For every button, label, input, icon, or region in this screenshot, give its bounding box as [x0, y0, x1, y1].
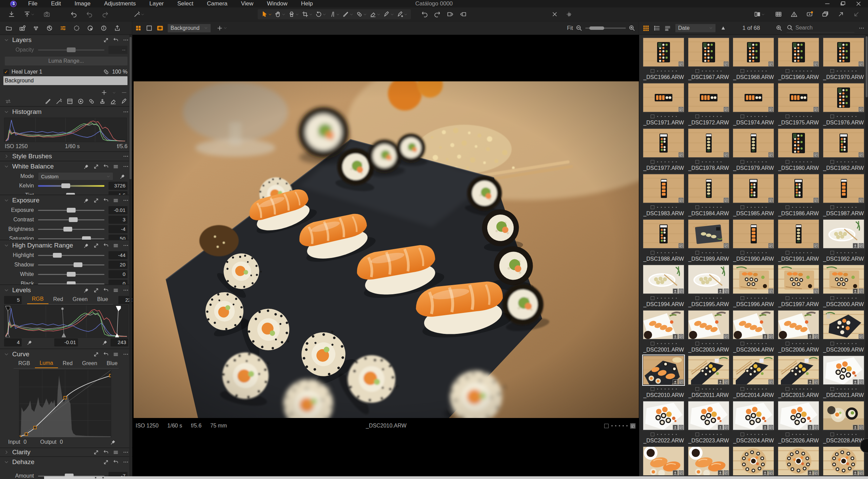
- more-icon[interactable]: [123, 109, 129, 115]
- zoom-in-icon[interactable]: [629, 25, 635, 32]
- thumb-image[interactable]: [823, 446, 864, 476]
- color-tag-box[interactable]: [651, 160, 654, 164]
- color-tag-box[interactable]: [741, 387, 744, 391]
- more-icon[interactable]: [123, 351, 129, 357]
- brush-tool-button[interactable]: [341, 10, 355, 19]
- browser-thumbnail[interactable]: _DSC1994.ARW: [641, 263, 686, 309]
- metadata-tab-icon[interactable]: [100, 25, 107, 32]
- browser-thumbnail[interactable]: _DSC2009.ARW: [821, 309, 866, 354]
- exposure-brightness-slider[interactable]: [38, 229, 104, 230]
- os-taskbar[interactable]: [44, 476, 868, 479]
- color-tag-box[interactable]: [830, 69, 834, 73]
- thumb-image[interactable]: [778, 174, 819, 203]
- color-tag-box[interactable]: [830, 251, 834, 255]
- curve-tab-luma[interactable]: Luma: [35, 359, 58, 368]
- tint-value[interactable]: -1.6: [108, 191, 127, 195]
- reset-icon[interactable]: [103, 287, 109, 293]
- capture-tab-icon[interactable]: [19, 25, 26, 32]
- color-tag-box[interactable]: [651, 296, 654, 300]
- wb-eyedropper-icon[interactable]: [117, 174, 127, 179]
- collapse-panel-button[interactable]: [853, 11, 860, 18]
- panel-layout-button[interactable]: [753, 10, 766, 19]
- thumb-image[interactable]: [643, 310, 684, 340]
- collapse-icon[interactable]: [4, 164, 9, 169]
- black-picker-icon[interactable]: [24, 340, 35, 345]
- exposure-saturation-slider[interactable]: [38, 238, 104, 239]
- more-icon[interactable]: [123, 197, 129, 203]
- color-tag-box[interactable]: [695, 251, 699, 255]
- browser-thumbnail[interactable]: _DSC2026.ARW: [776, 400, 821, 445]
- color-tag-box[interactable]: [786, 160, 789, 164]
- thumb-image[interactable]: [733, 401, 774, 431]
- thumb-image[interactable]: [778, 219, 819, 249]
- add-layer-chevron-icon[interactable]: [112, 91, 116, 95]
- thumb-image[interactable]: [688, 83, 729, 113]
- duplicate-window-button[interactable]: [822, 11, 829, 18]
- exposure-exposure-value[interactable]: -0.01: [108, 206, 127, 214]
- picker-icon[interactable]: [83, 243, 89, 248]
- thumb-image[interactable]: [688, 219, 729, 249]
- picker-icon[interactable]: [83, 198, 89, 203]
- thumb-image[interactable]: [733, 355, 774, 385]
- browser-thumbnail[interactable]: _DSC1968.ARW: [731, 36, 776, 82]
- hdr-white-value[interactable]: 0: [108, 270, 127, 278]
- luma-range-button[interactable]: Luma Range...: [5, 57, 127, 65]
- browser-thumbnail[interactable]: _DSC1996.ARW: [731, 263, 776, 309]
- color-tag-box[interactable]: [651, 387, 654, 391]
- reset-icon[interactable]: [113, 459, 119, 465]
- color-tag-box[interactable]: [651, 251, 654, 255]
- more-icon[interactable]: [123, 242, 129, 248]
- expand-icon[interactable]: [4, 450, 9, 455]
- levels-shadow-input[interactable]: 5: [4, 296, 22, 304]
- browser-thumbnail[interactable]: _DSC1988.ARW: [641, 218, 686, 263]
- thumb-image[interactable]: [643, 264, 684, 294]
- detach-icon[interactable]: [93, 287, 99, 293]
- clone-tool-icon[interactable]: [99, 98, 106, 105]
- browser-thumbnail[interactable]: _DSC2003.ARW: [686, 309, 731, 354]
- heal-tool-button[interactable]: [355, 10, 368, 19]
- straighten-tool-button[interactable]: [328, 10, 341, 19]
- linear-gradient-mask-icon[interactable]: [66, 98, 73, 105]
- exposure-contrast-slider[interactable]: [38, 219, 104, 220]
- capture-button[interactable]: [43, 11, 50, 18]
- loupe-tool-button[interactable]: [287, 10, 300, 19]
- thumb-image[interactable]: [643, 401, 684, 431]
- single-view-icon[interactable]: [146, 25, 153, 32]
- color-tag-box[interactable]: [830, 205, 834, 209]
- curve-tab-blue[interactable]: Blue: [102, 360, 122, 368]
- browser-thumbnail[interactable]: _DSC1995.ARW: [686, 263, 731, 309]
- browser-thumbnail[interactable]: _DSC1987.ARW: [821, 173, 866, 218]
- more-icon[interactable]: [123, 163, 129, 169]
- color-tag-box[interactable]: [695, 296, 699, 300]
- color-tag-box[interactable]: [651, 433, 654, 436]
- presets-icon[interactable]: [113, 352, 119, 357]
- levels-tab-rgb[interactable]: RGB: [27, 295, 48, 304]
- remove-layer-icon[interactable]: [121, 89, 127, 96]
- curve-tab-red[interactable]: Red: [58, 360, 77, 368]
- browser-more-icon[interactable]: [859, 25, 865, 31]
- browser-thumbnail[interactable]: _DSC2040.ARW: [821, 445, 866, 479]
- menu-camera[interactable]: Camera: [200, 0, 234, 7]
- color-tag-box[interactable]: [786, 251, 789, 255]
- hdr-white-slider[interactable]: [38, 274, 104, 275]
- draw-mask-icon[interactable]: [121, 98, 127, 105]
- hdr-shadow-value[interactable]: 20: [108, 261, 127, 269]
- grid-overlay-button[interactable]: [775, 11, 782, 18]
- browser-thumbnail[interactable]: _DSC1977.ARW: [641, 127, 686, 173]
- multi-view-icon[interactable]: [135, 25, 142, 32]
- thumb-image[interactable]: [643, 219, 684, 249]
- color-tag-box[interactable]: [786, 115, 789, 118]
- more-icon[interactable]: [123, 287, 129, 293]
- color-tag-box[interactable]: [741, 342, 744, 345]
- brush-tool-icon[interactable]: [45, 98, 52, 105]
- presets-icon[interactable]: [113, 164, 119, 169]
- color-tag-box[interactable]: [651, 115, 654, 118]
- erase-mask-icon[interactable]: [110, 98, 117, 105]
- browser-thumbnail[interactable]: _DSC1992.ARW: [821, 218, 866, 263]
- browser-thumbnail[interactable]: _DSC1970.ARW: [821, 36, 866, 82]
- browser-thumbnail[interactable]: _DSC2024.ARW: [731, 400, 776, 445]
- reset-icon[interactable]: [103, 352, 109, 357]
- menu-window[interactable]: Window: [260, 0, 294, 7]
- more-icon[interactable]: [123, 459, 129, 465]
- thumb-image[interactable]: [823, 174, 864, 203]
